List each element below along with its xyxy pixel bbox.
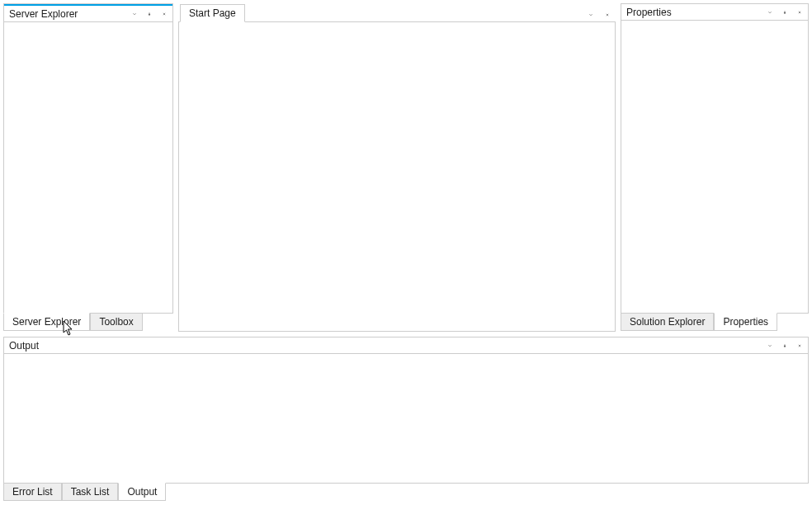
tab-label: Toolbox	[99, 316, 133, 328]
properties-panel: Properties	[621, 3, 809, 314]
tab-server-explorer[interactable]: Server Explorer	[3, 313, 90, 331]
pin-icon	[148, 10, 151, 18]
left-tab-strip: Server Explorer Toolbox	[3, 314, 173, 332]
output-body	[4, 354, 808, 483]
start-page-body	[178, 21, 616, 332]
bottom-tab-strip: Error List Task List Output	[3, 484, 809, 502]
top-row: Server Explorer	[3, 3, 809, 332]
properties-title: Properties	[626, 7, 763, 18]
server-explorer-header-buttons	[128, 7, 171, 21]
chevron-down-icon	[768, 342, 772, 350]
tab-start-page[interactable]: Start Page	[180, 4, 245, 22]
right-tab-strip: Solution Explorer Properties	[621, 314, 809, 332]
close-button[interactable]	[158, 7, 171, 21]
pin-icon	[783, 342, 786, 350]
close-icon	[163, 10, 166, 18]
close-icon	[798, 342, 801, 350]
close-button[interactable]	[793, 6, 806, 19]
tab-toolbox[interactable]: Toolbox	[90, 313, 142, 331]
tab-label: Solution Explorer	[630, 316, 705, 328]
output-panel: Output	[3, 337, 809, 484]
tab-solution-explorer[interactable]: Solution Explorer	[621, 313, 714, 331]
server-explorer-title: Server Explorer	[9, 8, 128, 20]
close-button[interactable]	[793, 339, 806, 352]
window-position-dropdown[interactable]	[763, 339, 777, 352]
tab-error-list[interactable]: Error List	[3, 483, 62, 501]
tab-label: Error List	[12, 486, 53, 498]
close-icon	[798, 8, 801, 17]
pin-icon	[783, 8, 786, 17]
bottom-dock: Output Error List Task List Output	[3, 337, 809, 502]
chevron-down-icon	[589, 11, 592, 19]
tab-label: Output	[127, 486, 157, 498]
tab-label: Server Explorer	[12, 316, 81, 328]
document-dropdown[interactable]	[584, 8, 597, 21]
server-explorer-body	[4, 22, 172, 313]
tab-output[interactable]: Output	[118, 483, 166, 501]
tab-label: Task List	[71, 486, 110, 498]
chevron-down-icon	[133, 10, 136, 18]
pin-button[interactable]	[778, 6, 791, 19]
document-well: Start Page	[178, 3, 616, 332]
output-header-buttons	[763, 339, 806, 352]
tab-properties[interactable]: Properties	[714, 313, 777, 331]
tab-label: Start Page	[189, 7, 236, 19]
output-header[interactable]: Output	[4, 337, 808, 354]
close-document-button[interactable]	[601, 8, 614, 21]
right-dock: Properties Solu	[621, 3, 809, 332]
server-explorer-panel: Server Explorer	[3, 3, 173, 314]
pin-button[interactable]	[143, 7, 156, 21]
left-dock: Server Explorer	[3, 3, 173, 332]
ide-window: Server Explorer	[0, 0, 812, 505]
properties-header[interactable]: Properties	[621, 4, 808, 21]
tab-label: Properties	[723, 316, 768, 328]
pin-button[interactable]	[778, 339, 791, 352]
close-icon	[606, 11, 609, 19]
output-title: Output	[9, 340, 763, 352]
document-tab-row: Start Page	[178, 3, 616, 21]
window-position-dropdown[interactable]	[763, 6, 777, 19]
chevron-down-icon	[768, 8, 772, 17]
tab-task-list[interactable]: Task List	[62, 483, 119, 501]
properties-header-buttons	[763, 6, 806, 19]
window-position-dropdown[interactable]	[128, 7, 141, 21]
properties-body	[621, 21, 808, 313]
server-explorer-header[interactable]: Server Explorer	[4, 6, 172, 22]
